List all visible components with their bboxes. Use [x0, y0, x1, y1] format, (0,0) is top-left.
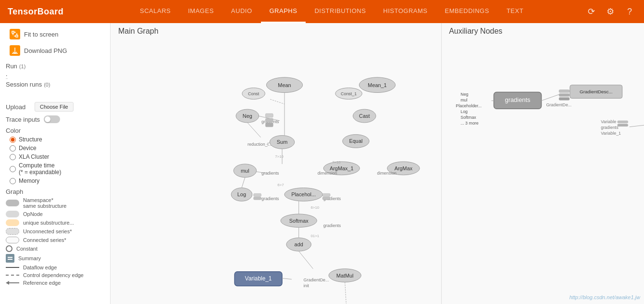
svg-text:add: add — [295, 241, 303, 247]
nav-histograms[interactable]: HISTOGRAMS — [374, 0, 436, 23]
run-select[interactable]: . — [6, 70, 8, 79]
main-layout: Fit to screen Download PNG Run (1) — [0, 23, 644, 304]
nav-audio[interactable]: AUDIO — [223, 0, 261, 23]
section-divider — [441, 23, 442, 304]
legend-constant: Constant — [0, 244, 110, 253]
svg-line-108 — [630, 125, 644, 127]
svg-text:Const: Const — [248, 91, 260, 96]
svg-text:reduction_i...: reduction_i... — [248, 142, 272, 147]
color-compute-radio[interactable] — [10, 166, 16, 172]
svg-text:ArgMax: ArgMax — [395, 165, 413, 171]
svg-text:7>10: 7>10 — [332, 160, 341, 165]
fit-to-screen-button[interactable]: Fit to screen — [6, 26, 104, 42]
svg-text:Softmax: Softmax — [289, 218, 309, 224]
legend-dataflow-label: Dataflow edge — [23, 265, 57, 270]
nav-images[interactable]: IMAGES — [179, 0, 223, 23]
nav-text[interactable]: TEXT — [498, 0, 532, 23]
legend-dataflow: Dataflow edge — [0, 264, 110, 271]
refresh-icon[interactable]: ⟳ — [584, 5, 598, 18]
svg-line-74 — [242, 177, 245, 188]
svg-text:Variable_1: Variable_1 — [601, 131, 621, 136]
color-xla-radio[interactable] — [10, 154, 16, 160]
aux-nodes-title: Auxiliary Nodes — [449, 27, 502, 36]
svg-rect-96 — [618, 121, 628, 123]
trace-inputs-toggle[interactable] — [44, 115, 60, 123]
legend-opnode-label: OpNode — [23, 211, 43, 217]
svg-rect-68 — [322, 193, 330, 196]
legend-constant-swatch — [6, 245, 12, 252]
download-png-button[interactable]: Download PNG — [6, 42, 104, 59]
run-count: (1) — [19, 63, 25, 69]
nav-distributions[interactable]: DISTRIBUTIONS — [306, 0, 374, 23]
run-label: Run — [6, 63, 17, 70]
legend-connected-swatch — [6, 237, 19, 243]
svg-text:gradients: gradients — [601, 125, 619, 130]
color-structure-radio[interactable] — [10, 137, 16, 143]
svg-text:Placeholder...: Placeholder... — [456, 103, 482, 108]
settings-icon[interactable]: ⚙ — [604, 5, 617, 18]
svg-line-77 — [299, 251, 313, 269]
trace-inputs-label: Trace inputs — [6, 116, 40, 123]
color-memory-label: Memory — [19, 177, 39, 184]
svg-rect-66 — [254, 193, 261, 196]
svg-rect-69 — [322, 197, 330, 200]
color-device-radio[interactable] — [10, 145, 16, 152]
svg-text:Const_1: Const_1 — [341, 91, 357, 96]
svg-text:Variable_1: Variable_1 — [245, 275, 272, 282]
nav-graphs[interactable]: GRAPHS — [261, 0, 306, 23]
nav-scalars[interactable]: SCALARS — [131, 0, 179, 23]
svg-rect-9 — [8, 259, 12, 260]
legend-connected: Connected series* — [0, 236, 110, 244]
legend-unique: unique substructure... — [0, 218, 110, 227]
svg-text:... 3 more: ... 3 more — [460, 121, 479, 126]
svg-rect-0 — [12, 31, 14, 33]
svg-text:6>10: 6>10 — [310, 205, 319, 210]
svg-text:Softmax: Softmax — [460, 115, 476, 120]
svg-line-70 — [270, 99, 285, 104]
svg-text:01>1: 01>1 — [310, 234, 319, 238]
svg-text:Cast: Cast — [359, 113, 370, 119]
help-icon[interactable]: ? — [623, 5, 636, 18]
legend-summary-swatch — [6, 254, 14, 263]
main-content-area: Main Graph Auxiliary Nodes Mean Mean_1 C… — [111, 23, 644, 304]
color-xla-label: XLA Cluster — [19, 153, 49, 160]
legend-namespace-swatch — [6, 200, 19, 206]
legend-unique-swatch — [6, 219, 19, 226]
svg-text:7>10: 7>10 — [275, 154, 284, 159]
svg-rect-8 — [8, 257, 12, 258]
svg-rect-97 — [618, 124, 628, 127]
legend-unconnected-swatch — [6, 228, 19, 235]
legend-controldep-swatch — [6, 275, 19, 276]
upload-label: Upload — [6, 103, 31, 111]
legend-namespace-label: Namespace*same substructure — [23, 197, 66, 209]
download-icon — [10, 45, 20, 56]
svg-line-72 — [248, 123, 261, 138]
svg-rect-92 — [559, 97, 570, 100]
svg-text:mul: mul — [460, 98, 467, 102]
main-graph-title: Main Graph — [118, 27, 159, 36]
svg-rect-90 — [559, 90, 570, 93]
legend-opnode-swatch — [6, 211, 19, 217]
svg-rect-64 — [265, 118, 273, 122]
svg-text:gradients: gradients — [261, 196, 279, 201]
svg-rect-67 — [254, 197, 261, 200]
svg-rect-1 — [16, 35, 18, 37]
legend-reference-swatch — [6, 281, 19, 285]
legend-summary: Summary — [0, 253, 110, 264]
svg-text:Log: Log — [237, 191, 246, 197]
svg-text:Equal: Equal — [349, 138, 363, 144]
sidebar: Fit to screen Download PNG Run (1) — [0, 23, 111, 304]
color-compute-label: Compute time(* = expandable) — [19, 162, 61, 176]
legend-unconnected: Unconnected series* — [0, 227, 110, 236]
graph-canvas[interactable]: Mean Mean_1 Const Const_1 Neg Cast gradi… — [111, 23, 644, 304]
nav-embeddings[interactable]: EMBEDDINGS — [436, 0, 497, 23]
svg-text:Mean: Mean — [278, 82, 291, 88]
graph-legend-label: Graph — [6, 188, 23, 195]
choose-file-button[interactable]: Choose File — [35, 102, 74, 112]
legend-control-dep: Control dependency edge — [0, 271, 110, 279]
color-memory-radio[interactable] — [10, 178, 16, 184]
svg-text:dimension: dimension — [318, 171, 337, 176]
session-runs-label: Session runs — [6, 81, 42, 88]
svg-text:init: init — [304, 283, 310, 288]
legend-summary-label: Summary — [18, 255, 41, 261]
